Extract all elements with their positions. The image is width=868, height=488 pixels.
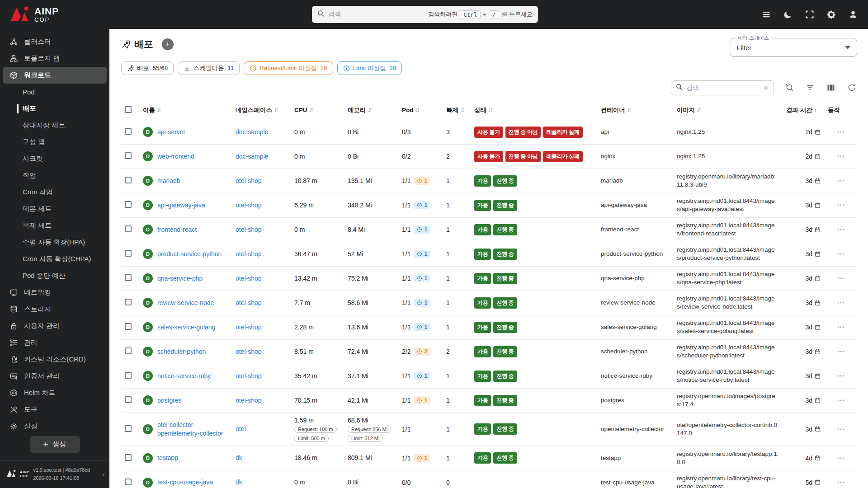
row-checkbox[interactable]: [125, 479, 132, 485]
row-checkbox[interactable]: [125, 299, 132, 305]
sidebar-item-수평-자동-확장-HPA-[interactable]: 수평 자동 확장(HPA): [3, 234, 107, 251]
deployment-name-link[interactable]: notice-service-ruby: [157, 372, 211, 380]
deployment-name-link[interactable]: product-service-python: [157, 250, 222, 258]
sidebar-item-배포[interactable]: 배포: [3, 100, 107, 117]
row-checkbox[interactable]: [125, 250, 132, 257]
clear-search-icon[interactable]: ✕: [763, 84, 769, 92]
namespace-link[interactable]: dk: [236, 454, 242, 461]
column-header[interactable]: 컨테이너⇵: [597, 101, 673, 120]
row-actions-button[interactable]: [828, 274, 854, 282]
dark-mode-icon[interactable]: [783, 9, 793, 19]
sidebar-item-Cron-자동-확장-CHPA-[interactable]: Cron 자동 확장(CHPA): [3, 251, 107, 267]
row-actions-button[interactable]: [828, 201, 854, 209]
deployment-name-link[interactable]: qna-service-php: [157, 274, 203, 283]
sidebar-item-관리[interactable]: 관리: [3, 334, 107, 351]
namespace-filter-select[interactable]: 네임 스페이스 Filter: [730, 38, 857, 57]
deployment-name-link[interactable]: postgres: [157, 396, 182, 405]
namespace-link[interactable]: doc-sample: [236, 153, 268, 160]
namespace-link[interactable]: otel-shop: [236, 397, 262, 404]
row-checkbox[interactable]: [125, 323, 132, 330]
namespace-link[interactable]: otel-shop: [236, 299, 262, 306]
deployment-name-link[interactable]: scheduler-python: [157, 347, 206, 356]
namespace-link[interactable]: otel-shop: [236, 372, 262, 380]
sidebar-item-사용자-관리[interactable]: 사용자 관리: [3, 318, 107, 334]
row-checkbox[interactable]: [125, 177, 132, 183]
select-all-checkbox[interactable]: [125, 106, 132, 113]
sidebar-item-토폴로지-맵[interactable]: 토폴로지 맵: [3, 50, 107, 67]
row-actions-button[interactable]: [828, 347, 854, 356]
row-actions-button[interactable]: [828, 250, 854, 258]
sidebar-item-인증서-관리[interactable]: 인증서 관리: [3, 368, 107, 385]
deployment-name-link[interactable]: api-gateway-java: [157, 201, 205, 210]
row-actions-button[interactable]: [828, 177, 854, 185]
deployment-name-link[interactable]: mariadb: [157, 177, 180, 185]
row-actions-button[interactable]: [828, 396, 854, 404]
row-checkbox[interactable]: [125, 128, 132, 135]
sidebar-item-Helm-차트[interactable]: Helm 차트: [3, 385, 107, 401]
row-checkbox[interactable]: [125, 425, 132, 432]
summary-chip[interactable]: 배포: 55/68: [121, 61, 174, 75]
row-actions-button[interactable]: [828, 225, 854, 234]
column-header[interactable]: 이미지⇵: [673, 101, 783, 120]
row-checkbox[interactable]: [125, 396, 132, 403]
summary-chip[interactable]: Request/Limit 미설정: 29: [244, 61, 333, 75]
column-header[interactable]: 상태⇵: [471, 101, 597, 120]
sidebar-item-데몬-세트[interactable]: 데몬 세트: [3, 201, 107, 217]
deployment-name-link[interactable]: review-service-node: [157, 299, 214, 307]
row-checkbox[interactable]: [125, 454, 132, 461]
row-actions-button[interactable]: [828, 454, 854, 462]
column-header[interactable]: 이름⇵: [139, 101, 232, 120]
row-checkbox[interactable]: [125, 201, 132, 208]
namespace-link[interactable]: doc-sample: [236, 128, 268, 136]
sidebar-item-워크로드[interactable]: 워크로드: [3, 67, 107, 84]
create-button[interactable]: + 생성: [30, 436, 80, 453]
menu-icon[interactable]: [761, 9, 771, 19]
row-actions-button[interactable]: [828, 152, 854, 160]
sidebar-item-시크릿[interactable]: 시크릿: [3, 150, 107, 167]
row-checkbox[interactable]: [125, 152, 132, 159]
deployment-name-link[interactable]: frontend-react: [157, 225, 197, 234]
row-actions-button[interactable]: [828, 479, 854, 487]
search-off-icon[interactable]: [785, 83, 795, 93]
sidebar-item-구성-맵[interactable]: 구성 맵: [3, 134, 107, 150]
sidebar-item-커스텀-리소스-CRD-[interactable]: 커스텀 리소스(CRD): [3, 351, 107, 368]
deployment-name-link[interactable]: otel-collector-opentelemetry-collector: [157, 421, 228, 438]
summary-chip[interactable]: 스케일다운: 11: [178, 61, 240, 75]
user-icon[interactable]: [848, 9, 858, 19]
row-actions-button[interactable]: [828, 425, 854, 433]
settings-gear-icon[interactable]: [826, 9, 836, 19]
column-header[interactable]: 경과 시간↑: [783, 101, 824, 120]
row-actions-button[interactable]: [828, 299, 854, 307]
deployment-name-link[interactable]: web-frontend: [157, 152, 194, 161]
columns-icon[interactable]: [826, 83, 836, 93]
add-deployment-button[interactable]: +: [162, 38, 174, 50]
fullscreen-icon[interactable]: [805, 9, 815, 19]
namespace-link[interactable]: otel-shop: [236, 275, 262, 282]
sidebar-item-클러스터[interactable]: 클러스터: [3, 33, 107, 50]
refresh-icon[interactable]: [847, 83, 857, 93]
global-search-input[interactable]: 검색 검색하려면 Ctrl + / 를 누르세요: [312, 6, 538, 23]
namespace-link[interactable]: otel-shop: [236, 250, 262, 258]
sidebar-item-네트워킹[interactable]: 네트워킹: [3, 284, 107, 301]
column-header[interactable]: 메모리⇵: [344, 101, 398, 120]
sidebar-item-Pod[interactable]: Pod: [3, 84, 107, 100]
row-checkbox[interactable]: [125, 225, 132, 232]
sidebar-item-스토리지[interactable]: 스토리지: [3, 301, 107, 318]
row-actions-button[interactable]: [828, 128, 854, 136]
summary-chip[interactable]: Limit 미설정: 18: [337, 61, 402, 75]
sidebar-item-설정[interactable]: 설정: [3, 418, 107, 435]
namespace-link[interactable]: otel-shop: [236, 177, 262, 184]
sidebar-item-Pod-중단-예산[interactable]: Pod 중단 예산: [3, 267, 107, 284]
namespace-link[interactable]: otel-shop: [236, 226, 262, 233]
sidebar-item-상태저장-세트[interactable]: 상태저장 세트: [3, 117, 107, 134]
table-search-input[interactable]: 검색 ✕: [671, 80, 774, 95]
column-header[interactable]: 네임스페이스⇵: [232, 101, 291, 120]
namespace-link[interactable]: otel-shop: [236, 348, 262, 355]
namespace-link[interactable]: dk: [236, 479, 242, 486]
sidebar-item-Cron-작업[interactable]: Cron 작업: [3, 184, 107, 201]
deployment-name-link[interactable]: sales-service-golang: [157, 323, 215, 332]
sidebar-item-작업[interactable]: 작업: [3, 167, 107, 184]
deployment-name-link[interactable]: api-server: [157, 128, 185, 136]
deployment-name-link[interactable]: test-cpu-usage-java: [157, 478, 213, 487]
column-header[interactable]: CPU⇵: [291, 101, 344, 120]
